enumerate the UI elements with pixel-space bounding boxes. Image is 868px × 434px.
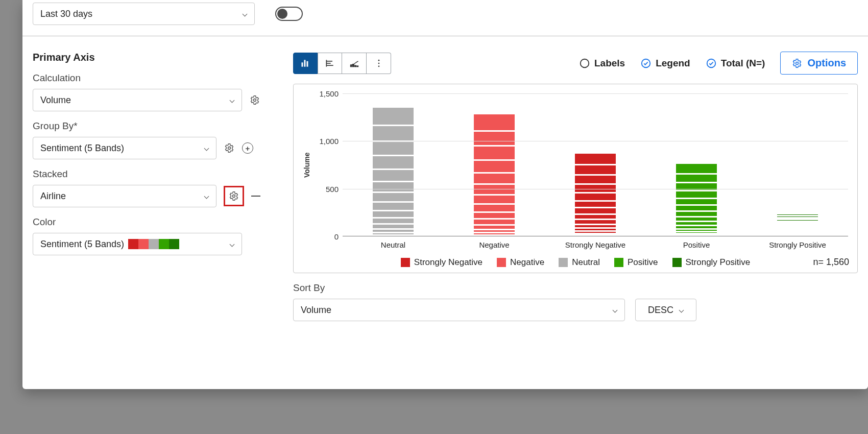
date-range-value: Last 30 days <box>40 9 92 19</box>
svg-rect-5 <box>307 61 308 66</box>
stacked-label: Stacked <box>33 168 273 180</box>
compare-toggle[interactable] <box>275 7 303 21</box>
chart-toolbar: Labels Legend Total (N=) Options <box>293 52 858 75</box>
svg-point-1 <box>228 147 231 150</box>
calculation-label: Calculation <box>33 73 273 84</box>
chart-type-segmented <box>293 53 391 74</box>
group-by-value: Sentiment (5 Bands) <box>40 143 124 154</box>
svg-rect-3 <box>302 62 303 66</box>
more-chart-types-button[interactable] <box>367 53 391 74</box>
chevron-down-icon <box>679 307 684 312</box>
pareto-chart-button[interactable] <box>342 53 367 74</box>
options-button[interactable]: Options <box>780 52 858 75</box>
svg-point-15 <box>378 62 379 64</box>
labels-toggle-label: Labels <box>594 58 625 69</box>
remove-stacked-button[interactable] <box>251 196 260 197</box>
svg-rect-10 <box>350 65 352 66</box>
svg-point-18 <box>642 59 650 67</box>
color-select[interactable]: Sentiment (5 Bands) <box>33 233 242 255</box>
color-label: Color <box>33 216 273 228</box>
horizontal-bar-button[interactable] <box>318 53 342 74</box>
sort-by-select[interactable]: Volume <box>293 299 625 321</box>
primary-axis-title: Primary Axis <box>33 52 273 63</box>
topbar: Last 30 days <box>22 0 868 28</box>
calculation-settings-button[interactable] <box>249 94 260 106</box>
color-value: Sentiment (5 Bands) <box>40 239 124 250</box>
total-toggle[interactable]: Total (N=) <box>706 58 765 69</box>
svg-point-19 <box>707 59 715 67</box>
chevron-down-icon <box>612 307 617 312</box>
chevron-down-icon <box>242 11 247 16</box>
sort-direction-select[interactable]: DESC <box>635 299 696 321</box>
bar-chart-button[interactable] <box>293 53 318 74</box>
legend-toggle[interactable]: Legend <box>640 58 690 69</box>
chart-y-ticks: 05001,0001,500 <box>314 93 343 236</box>
svg-point-16 <box>378 65 379 67</box>
svg-rect-13 <box>357 66 358 67</box>
calculation-value: Volume <box>40 95 71 106</box>
app-window: Last 30 days Primary Axis Calculation Vo… <box>22 0 868 389</box>
labels-toggle[interactable]: Labels <box>579 58 625 69</box>
stacked-select[interactable]: Airline <box>33 185 216 207</box>
chevron-down-icon <box>229 98 234 103</box>
svg-point-2 <box>233 195 235 198</box>
svg-point-0 <box>254 99 256 102</box>
svg-rect-11 <box>352 64 354 66</box>
svg-point-17 <box>581 59 589 67</box>
group-by-settings-button[interactable] <box>224 142 235 154</box>
chart-x-labels: NeutralNegativeStrongly NegativePositive… <box>343 240 848 249</box>
stacked-value: Airline <box>40 191 66 202</box>
sidebar: Primary Axis Calculation Volume Group By… <box>33 52 273 321</box>
chart-plot-area <box>343 93 848 236</box>
date-range-select[interactable]: Last 30 days <box>33 3 255 25</box>
sort-row: Sort By Volume DESC <box>293 282 858 321</box>
options-button-label: Options <box>807 57 846 69</box>
chevron-down-icon <box>204 146 209 151</box>
group-by-label: Group By* <box>33 120 273 132</box>
svg-point-20 <box>796 62 799 64</box>
main-panel: Labels Legend Total (N=) Options <box>293 52 858 321</box>
svg-point-14 <box>378 59 379 61</box>
sort-by-value: Volume <box>301 305 331 316</box>
chart-n-label: n= 1,560 <box>813 257 849 268</box>
total-toggle-label: Total (N=) <box>721 58 765 69</box>
calculation-select[interactable]: Volume <box>33 89 242 111</box>
chart-y-label: Volume <box>303 93 314 236</box>
chart-legend: Strongly NegativeNegativeNeutralPositive… <box>303 257 848 268</box>
chart-bars <box>343 93 848 236</box>
chart-panel: Volume 05001,0001,500 NeutralNegativeStr… <box>293 84 858 273</box>
add-group-by-button[interactable]: + <box>242 142 253 154</box>
chevron-down-icon <box>204 194 209 199</box>
svg-rect-12 <box>354 65 356 67</box>
sort-direction-value: DESC <box>648 305 673 316</box>
legend-toggle-label: Legend <box>656 58 690 69</box>
group-by-select[interactable]: Sentiment (5 Bands) <box>33 137 216 159</box>
stacked-settings-highlight <box>224 186 244 206</box>
svg-rect-4 <box>304 60 306 66</box>
stacked-settings-button[interactable] <box>228 190 239 202</box>
color-swatches <box>128 239 179 249</box>
chevron-down-icon <box>229 242 234 247</box>
sort-by-label: Sort By <box>293 282 858 294</box>
